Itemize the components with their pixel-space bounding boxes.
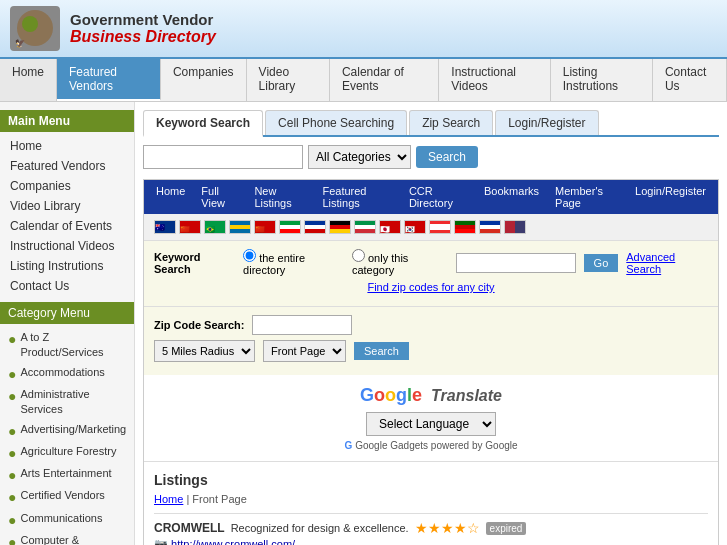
tab-cell-phone[interactable]: Cell Phone Searching <box>265 110 407 135</box>
search-button[interactable]: Search <box>416 146 478 168</box>
radius-select[interactable]: 5 Miles Radius <box>154 340 255 362</box>
translate-box: Google Translate Select Language G Googl… <box>144 375 718 462</box>
sidebar-item-featured-vendors[interactable]: Featured Vendors <box>0 156 134 176</box>
flag-item12[interactable] <box>454 220 476 234</box>
cat-link-computer[interactable]: Computer & Networking <box>20 533 126 545</box>
flags-row: 🇦🇺 🇨🇳 🇧🇷 🇨🇳 <box>144 214 718 241</box>
inner-nav-featured[interactable]: Featured Listings <box>314 182 400 212</box>
search-row: Keyword Search the entire directory only… <box>154 249 708 276</box>
inner-nav-new-listings[interactable]: New Listings <box>246 182 314 212</box>
flag-item5[interactable] <box>279 220 301 234</box>
sidebar-item-calendar[interactable]: Calendar of Events <box>0 216 134 236</box>
logo-e: e <box>412 385 422 405</box>
flag-item11[interactable] <box>429 220 451 234</box>
flag-australia[interactable]: 🇦🇺 <box>154 220 176 234</box>
flag-item3[interactable] <box>229 220 251 234</box>
keyword-input[interactable] <box>143 145 303 169</box>
bullet-icon: ● <box>8 365 16 383</box>
go-button[interactable]: Go <box>584 254 619 272</box>
zip-section: Zip Code Search: 5 Miles Radius Front Pa… <box>144 307 718 375</box>
sidebar-item-companies[interactable]: Companies <box>0 176 134 196</box>
cat-item-computer: ● Computer & Networking <box>0 531 134 545</box>
zip-code-input[interactable] <box>252 315 352 335</box>
nav-video-library[interactable]: Video Library <box>247 59 330 101</box>
breadcrumb-home-link[interactable]: Home <box>154 493 183 505</box>
sidebar-item-contact-us[interactable]: Contact Us <box>0 276 134 296</box>
listing-item: CROMWELL Recognized for design & excelle… <box>154 513 708 545</box>
bullet-icon: ● <box>8 422 16 440</box>
sidebar-item-instructional[interactable]: Instructional Videos <box>0 236 134 256</box>
flag-item14[interactable] <box>504 220 526 234</box>
header: 🦅 Government Vendor Business Directory <box>0 0 727 59</box>
listing-tagline: Recognized for design & excellence. <box>231 522 409 534</box>
listing-url-link[interactable]: http://www.cromwell.com/ <box>171 538 295 545</box>
page-select[interactable]: Front Page <box>263 340 346 362</box>
this-category-radio[interactable] <box>352 249 365 262</box>
inner-nav-bookmarks[interactable]: Bookmarks <box>476 182 547 212</box>
inner-nav-ccr[interactable]: CCR Directory <box>401 182 476 212</box>
tab-login-register[interactable]: Login/Register <box>495 110 598 135</box>
language-select[interactable]: Select Language <box>366 412 496 436</box>
zip-row: Zip Code Search: <box>154 315 708 335</box>
category-select[interactable]: All Categories <box>308 145 411 169</box>
cat-link-advertising[interactable]: Advertising/Marketing <box>20 422 126 437</box>
search-section: Keyword Search the entire directory only… <box>144 241 718 307</box>
cat-link-accommodations[interactable]: Accommodations <box>20 365 104 380</box>
cat-link-az[interactable]: A to Z Product/Services <box>20 330 126 361</box>
flag-item6[interactable] <box>304 220 326 234</box>
inner-nav-full-view[interactable]: Full View <box>193 182 246 212</box>
keyword-search-input[interactable] <box>456 253 576 273</box>
translate-word: Translate <box>431 387 502 404</box>
nav-calendar[interactable]: Calendar of Events <box>330 59 439 101</box>
flag-item4[interactable]: 🇨🇳 <box>254 220 276 234</box>
inner-nav-login[interactable]: Login/Register <box>627 182 714 212</box>
flag-item8[interactable] <box>354 220 376 234</box>
nav-featured-vendors[interactable]: Featured Vendors <box>57 59 161 101</box>
flag-item9[interactable]: 🇯🇵 <box>379 220 401 234</box>
cat-item-communications: ● Communications <box>0 509 134 531</box>
sidebar-item-home[interactable]: Home <box>0 136 134 156</box>
flag-item7[interactable] <box>329 220 351 234</box>
tab-keyword-search[interactable]: Keyword Search <box>143 110 263 137</box>
cat-link-arts[interactable]: Arts Entertainment <box>20 466 111 481</box>
flag-item[interactable]: 🇨🇳 <box>179 220 201 234</box>
breadcrumb-current: Front Page <box>192 493 246 505</box>
top-nav: Home Featured Vendors Companies Video Li… <box>0 59 727 102</box>
nav-listing-instrutions[interactable]: Listing Instrutions <box>551 59 653 101</box>
advanced-search-link[interactable]: Advanced Search <box>626 251 708 275</box>
zip-search-button[interactable]: Search <box>354 342 409 360</box>
cat-item-admin: ● Administrative Services <box>0 385 134 420</box>
nav-home[interactable]: Home <box>0 59 57 101</box>
flag-item13[interactable] <box>479 220 501 234</box>
keyword-search-label: Keyword Search <box>154 251 235 275</box>
listings-title: Listings <box>154 472 708 488</box>
this-category-label: only this category <box>352 249 448 276</box>
powered-text: Google Gadgets powered by Google <box>355 440 517 451</box>
cat-link-certified[interactable]: Certified Vendors <box>20 488 104 503</box>
entire-directory-radio[interactable] <box>243 249 256 262</box>
zip-link[interactable]: Find zip codes for any city <box>154 281 708 293</box>
nav-companies[interactable]: Companies <box>161 59 247 101</box>
cat-item-arts: ● Arts Entertainment <box>0 464 134 486</box>
main-menu-items: Home Featured Vendors Companies Video Li… <box>0 136 134 296</box>
flag-item10[interactable]: 🇰🇷 <box>404 220 426 234</box>
listings-section: Listings Home | Front Page CROMWELL Reco… <box>144 462 718 545</box>
cat-item-advertising: ● Advertising/Marketing <box>0 420 134 442</box>
cat-link-admin[interactable]: Administrative Services <box>20 387 126 418</box>
sidebar-item-video-library[interactable]: Video Library <box>0 196 134 216</box>
cat-link-communications[interactable]: Communications <box>20 511 102 526</box>
inner-nav-members[interactable]: Member's Page <box>547 182 627 212</box>
bullet-icon: ● <box>8 488 16 506</box>
cat-item-certified: ● Certified Vendors <box>0 486 134 508</box>
nav-instructional[interactable]: Instructional Videos <box>439 59 550 101</box>
bullet-icon: ● <box>8 466 16 484</box>
zip-code-label: Zip Code Search: <box>154 319 244 331</box>
header-text: Government Vendor Business Directory <box>70 11 216 46</box>
sidebar-item-listing-instrutions[interactable]: Listing Instrutions <box>0 256 134 276</box>
cat-link-agriculture[interactable]: Agriculture Forestry <box>20 444 116 459</box>
bullet-icon: ● <box>8 387 16 405</box>
flag-item2[interactable]: 🇧🇷 <box>204 220 226 234</box>
inner-nav-home[interactable]: Home <box>148 182 193 212</box>
nav-contact-us[interactable]: Contact Us <box>653 59 727 101</box>
tab-zip-search[interactable]: Zip Search <box>409 110 493 135</box>
